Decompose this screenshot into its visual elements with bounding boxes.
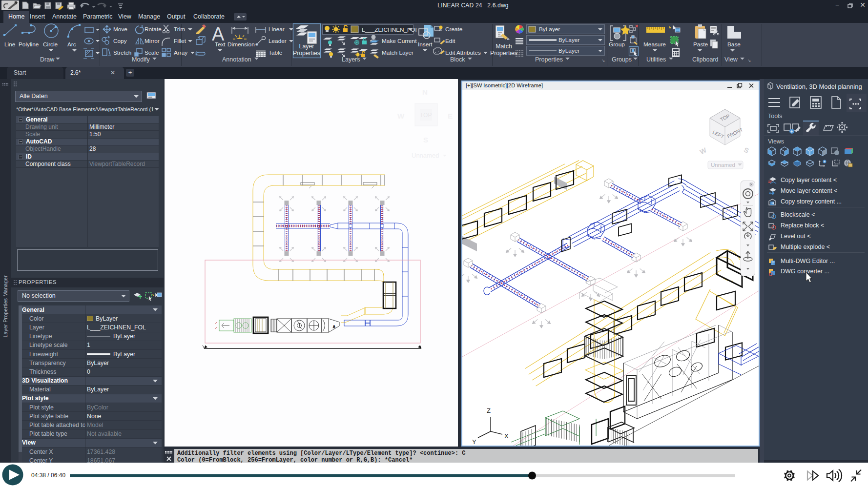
svg-text:Layer: Layer [299,43,314,50]
svg-text:Insert: Insert [418,41,433,48]
svg-text:Fillet: Fillet [174,38,186,44]
svg-text:S: S [743,146,750,155]
svg-text:Unnamed: Unnamed [711,162,735,168]
svg-text:Stretch: Stretch [113,49,131,56]
svg-text:Base: Base [727,41,741,48]
svg-text:Scale: Scale [145,49,159,56]
svg-text:∧: ∧ [332,324,336,329]
svg-text:Mirror: Mirror [145,38,160,44]
svg-text:Properties: Properties [293,50,320,57]
svg-text:Circle: Circle [43,41,58,48]
svg-text:Paste: Paste [693,41,708,48]
svg-text:Arc: Arc [67,41,76,48]
svg-text:Make Current: Make Current [382,38,417,44]
svg-text:Dimension: Dimension [227,41,255,48]
svg-text:04:38 / 06:40: 04:38 / 06:40 [31,472,65,479]
svg-text:Create: Create [445,26,463,33]
svg-text:Table: Table [269,49,283,56]
svg-text:Trim: Trim [174,26,185,33]
svg-text:TOP: TOP [420,112,432,119]
svg-text:L___ZEICHNEN_FOI: L___ZEICHNEN_FOI [362,26,417,33]
svg-text:ByLayer: ByLayer [539,26,560,33]
svg-text:Y: Y [472,438,476,446]
svg-text:N: N [422,88,428,96]
svg-text:Edit: Edit [445,38,455,44]
svg-text:E: E [448,112,453,120]
svg-text:W: W [699,146,708,156]
svg-text:Tools: Tools [768,113,782,120]
svg-text:View: View [724,56,738,63]
svg-text:Groups: Groups [612,56,632,63]
svg-text:Match: Match [496,43,512,50]
svg-text:Line: Line [4,41,16,48]
svg-text:↘: ↘ [747,58,751,63]
svg-text:Move: Move [113,26,127,33]
svg-text:Clipboard: Clipboard [692,56,719,63]
svg-text:Layers: Layers [342,56,360,63]
svg-text:Z: Z [487,407,491,414]
svg-text:X: X [504,432,509,440]
svg-text:Measure: Measure [643,41,666,48]
svg-text:Properties: Properties [535,56,563,63]
svg-text:Unnamed: Unnamed [412,152,439,159]
svg-text:Modify: Modify [132,56,150,63]
svg-text:Edit Attributes: Edit Attributes [445,49,481,56]
svg-text:S: S [423,136,428,144]
svg-text:ByLayer: ByLayer [558,37,579,43]
svg-text:Polyline: Polyline [19,41,39,48]
svg-text:Draw: Draw [40,56,55,63]
svg-text:Ventilation, 3D Model planning: Ventilation, 3D Model planning [776,83,862,90]
svg-text:Rotate: Rotate [145,26,162,33]
svg-text:Block: Block [450,56,465,63]
svg-text:Properties: Properties [490,50,517,57]
svg-text:Group: Group [609,41,625,48]
svg-text:Utilities: Utilities [646,56,666,63]
svg-text:W: W [397,112,405,120]
svg-text:Copy: Copy [113,38,127,44]
svg-text:Match Layer: Match Layer [382,49,413,56]
svg-text:Array: Array [174,49,187,56]
svg-text:ByLayer: ByLayer [558,47,579,54]
svg-text:Annotation: Annotation [222,56,251,63]
svg-text:Text: Text [215,41,226,48]
svg-text:Leader: Leader [269,38,287,44]
svg-text:Views: Views [768,138,784,145]
svg-text:Linear: Linear [269,26,285,33]
svg-text:↘: ↘ [601,58,605,63]
